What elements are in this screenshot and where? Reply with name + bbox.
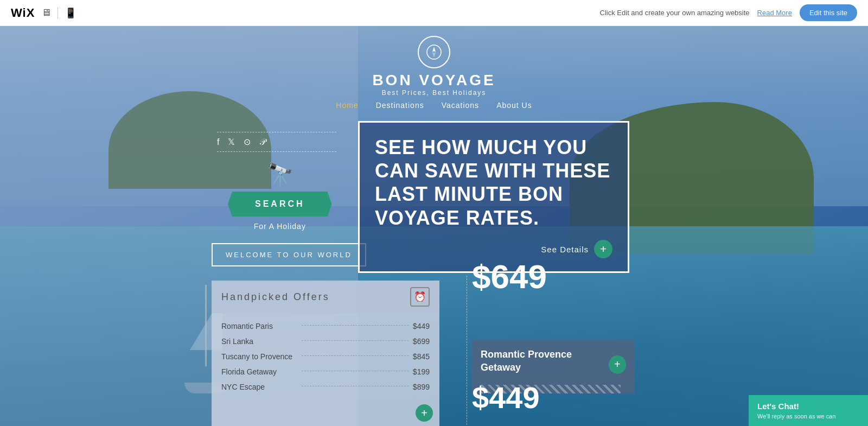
timer-icon: ⏰ [410,287,430,307]
nav-item-destinations[interactable]: Destinations [376,101,424,110]
binoculars-icon: 🔭 [266,162,293,187]
dashed-line-bottom [217,151,336,152]
main-area: BON VOYAGE Best Prices, Best Holidays Ho… [0,26,868,426]
welcome-button[interactable]: WELCOME TO OUR WORLD [212,243,366,266]
main-price: $649 [472,257,547,296]
offer-dots-1 [302,340,409,341]
read-more-link[interactable]: Read More [757,9,792,17]
secondary-price: $449 [472,380,540,415]
lets-chat-widget[interactable]: Let's Chat! We'll reply as soon as we ca… [749,395,868,426]
facebook-icon[interactable]: f [217,137,219,147]
edit-site-button[interactable]: Edit this site [800,4,857,21]
lets-chat-subtitle: We'll reply as soon as we can [757,413,859,419]
offers-plus-area: + [212,400,439,426]
offer-price-2: $845 [413,352,430,361]
offers-header: Handpicked Offers ⏰ [212,281,439,313]
offer-price-1: $699 [413,337,430,346]
offer-dots-3 [302,371,409,371]
offer-name-3: Florida Getaway [221,367,297,376]
svg-marker-1 [432,47,436,52]
search-subtitle: For A Holiday [254,222,306,231]
social-icons: f 𝕏 ⊙ 𝒫 [217,137,336,147]
promo-text: Click Edit and create your own amazing w… [600,9,750,17]
offer-dots-4 [302,386,409,386]
desktop-icon[interactable]: 🖥 [41,7,51,18]
offer-dots-2 [302,355,409,356]
wix-logo: WiX [11,6,35,20]
nav-item-vacations[interactable]: Vacations [442,101,479,110]
top-bar-left: WiX 🖥 📱 [11,6,76,20]
promo-text: SEE HOW MUCH YOU CAN SAVE WITH THESE LAS… [375,136,612,230]
search-button[interactable]: SEARCH [228,192,332,217]
offer-item-3: Florida Getaway $199 [221,364,430,379]
svg-marker-2 [432,52,436,58]
offer-dots-0 [302,325,409,326]
mobile-icon[interactable]: 📱 [65,7,76,19]
nav-bar: Home Destinations Vacations About Us [0,101,868,110]
provence-plus-button[interactable]: + [609,355,626,374]
offers-list: Romantic Paris $449 Sri Lanka $699 Tusca… [212,313,439,400]
compass-icon [418,36,450,68]
brand-name: BON VOYAGE [372,72,495,89]
offer-name-4: NYC Escape [221,383,297,391]
top-bar-right: Click Edit and create your own amazing w… [600,4,857,21]
offers-title: Handpicked Offers [221,291,330,303]
offers-panel: Handpicked Offers ⏰ Romantic Paris $449 … [212,281,439,426]
dashed-line-top [217,132,336,132]
provence-title: Romantic Provence Getaway [481,348,609,374]
see-details-label: See Details [541,245,589,254]
offer-item-2: Tuscany to Provence $845 [221,349,430,364]
logo-area: BON VOYAGE Best Prices, Best Holidays [0,36,868,97]
divider [58,7,58,19]
pinterest-icon[interactable]: 𝒫 [259,137,265,147]
offer-item-1: Sri Lanka $699 [221,334,430,349]
see-details-button[interactable]: + [594,240,612,258]
offer-name-0: Romantic Paris [221,322,297,330]
nav-item-aboutus[interactable]: About Us [496,101,532,110]
lets-chat-title: Let's Chat! [757,402,859,411]
brand-tagline: Best Prices, Best Holidays [382,89,487,97]
instagram-icon[interactable]: ⊙ [244,137,251,147]
nav-item-home[interactable]: Home [336,101,358,110]
offer-price-0: $449 [413,322,430,330]
social-area: f 𝕏 ⊙ 𝒫 [217,132,336,152]
offer-price-4: $899 [413,383,430,391]
promo-box: SEE HOW MUCH YOU CAN SAVE WITH THESE LAS… [358,121,629,273]
provence-header: Romantic Provence Getaway + [481,348,626,380]
offer-price-3: $199 [413,367,430,376]
offer-item-0: Romantic Paris $449 [221,319,430,334]
offer-name-2: Tuscany to Provence [221,352,297,361]
vertical-divider [467,276,467,426]
search-area: 🔭 SEARCH For A Holiday [228,162,332,231]
top-bar: WiX 🖥 📱 Click Edit and create your own a… [0,0,868,26]
promo-bottom: See Details + [375,240,612,258]
twitter-icon[interactable]: 𝕏 [228,137,235,147]
offer-item-4: NYC Escape $899 [221,379,430,395]
offer-name-1: Sri Lanka [221,337,297,346]
offers-add-button[interactable]: + [416,404,433,422]
